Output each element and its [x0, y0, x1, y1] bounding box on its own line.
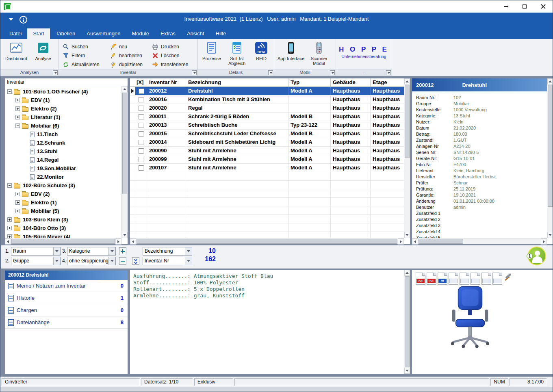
menu-datei[interactable]: Datei [4, 28, 27, 39]
sort-select-2[interactable]: Inventar-Nr [143, 257, 192, 265]
app-interface-button[interactable]: App-Interface [276, 39, 306, 69]
dropdown-arrow-icon[interactable] [185, 247, 192, 255]
col-header-etage[interactable]: Etage [371, 78, 404, 87]
doc-file-icon[interactable] [460, 273, 469, 285]
col-header-inventar-nr[interactable]: Inventar Nr [147, 78, 186, 87]
tree-item[interactable]: Mobiliar (6) [5, 121, 121, 130]
scrollbar-thumb[interactable] [419, 239, 463, 244]
tree-item[interactable]: 19.Son.Mobiliar [5, 164, 121, 173]
tree-item[interactable]: EDV (1) [5, 96, 121, 104]
rfid-button[interactable]: RFID RFID [250, 39, 273, 69]
col-header-gebaeude[interactable]: Gebäude [331, 78, 371, 87]
item-tab[interactable]: Dateianhänge8 [5, 316, 128, 329]
tree-expander-icon[interactable] [15, 200, 20, 205]
scrollbar-thumb[interactable] [405, 85, 410, 158]
scroll-down-icon[interactable] [404, 368, 410, 374]
grouping-select-1[interactable]: Raum [11, 247, 61, 256]
menu-extras[interactable]: Extras [155, 28, 181, 39]
table-vertical-scrollbar[interactable] [404, 78, 410, 238]
soll-ist-abgleich-button[interactable]: Soll-Ist Abgleich [224, 39, 250, 69]
duplizieren-button[interactable]: duplizieren [110, 60, 152, 69]
details-horizontal-scrollbar[interactable] [412, 238, 547, 244]
scrollbar-thumb[interactable] [122, 93, 127, 194]
tree-item[interactable]: EDV (2) [5, 190, 121, 198]
expand-all-button[interactable] [132, 257, 139, 265]
tree-item[interactable]: 101-Büro 1.OG Fischer (4) [5, 87, 121, 96]
group-launcher-button[interactable] [330, 70, 335, 75]
remove-grouping-button[interactable] [119, 257, 126, 265]
scroll-right-icon[interactable] [398, 238, 404, 245]
menu-start[interactable]: Start [27, 28, 50, 39]
table-row[interactable]: 200013Schreibtisch BucheTyp 23-122Haupth… [130, 121, 404, 130]
row-checkbox[interactable] [139, 157, 144, 162]
group-launcher-button[interactable] [268, 70, 273, 75]
neu-button[interactable]: neu [110, 42, 152, 51]
row-checkbox[interactable] [139, 114, 144, 119]
tree-expander-icon[interactable] [15, 209, 20, 213]
item-tab[interactable]: Memo / Notizen zum Inventar0 [5, 280, 128, 292]
row-checkbox[interactable] [139, 165, 144, 171]
scroll-down-icon[interactable] [404, 232, 410, 238]
sort-select-1[interactable]: Bezeichnung [143, 247, 192, 256]
table-row[interactable]: 200020RegalHaupthausHaupthaus [130, 104, 404, 113]
row-checkbox[interactable] [139, 131, 144, 136]
doc-file-icon[interactable] [492, 273, 502, 285]
suchen-button[interactable]: Suchen [62, 42, 110, 51]
aktualisieren-button[interactable]: Aktualisieren [62, 60, 110, 69]
user-status-icon[interactable]: 1 [527, 247, 546, 265]
scroll-left-icon[interactable] [5, 238, 11, 245]
tree-item[interactable]: Elektro (1) [5, 198, 121, 207]
close-button[interactable] [534, 0, 553, 13]
tree-expander-icon[interactable] [15, 123, 20, 128]
table-horizontal-scrollbar[interactable] [130, 238, 404, 244]
scroll-up-icon[interactable] [122, 86, 128, 92]
dropdown-arrow-icon[interactable] [185, 257, 192, 265]
table-row[interactable]: 200016Kombination Tisch mit 3 StühlenHau… [130, 95, 404, 104]
minimize-button[interactable] [497, 0, 515, 13]
row-checkbox[interactable] [139, 106, 144, 111]
dropdown-arrow-icon[interactable] [108, 257, 115, 265]
filtern-button[interactable]: Filtern [62, 51, 110, 60]
group-launcher-button[interactable] [192, 70, 197, 75]
tree-item[interactable]: Elektro (2) [5, 104, 121, 113]
scroll-down-icon[interactable] [547, 232, 553, 238]
tree-item[interactable]: Mobiliar (5) [5, 207, 121, 215]
group-launcher-button[interactable] [53, 70, 58, 75]
row-checkbox[interactable] [139, 97, 144, 102]
scrollbar-thumb[interactable] [548, 85, 553, 207]
group-launcher-button[interactable] [386, 70, 391, 75]
prozesse-button[interactable]: Prozesse [200, 39, 224, 69]
analyse-button[interactable]: Analyse [30, 39, 56, 69]
doc-file-icon[interactable] [449, 273, 458, 285]
tree-expander-icon[interactable] [15, 192, 20, 196]
tool-icon[interactable] [503, 273, 513, 285]
maximize-button[interactable] [515, 0, 534, 13]
grouping-select-3[interactable]: Kategorie [67, 247, 116, 256]
tree-expander-icon[interactable] [7, 183, 12, 188]
menu-tabellen[interactable]: Tabellen [50, 28, 81, 39]
tree-horizontal-scrollbar[interactable] [5, 238, 121, 244]
col-header-check[interactable]: [X] [135, 78, 147, 87]
tree-expander-icon[interactable] [7, 234, 12, 238]
col-header-typ[interactable]: Typ [288, 78, 331, 87]
tree-item[interactable]: 14.Regal [5, 156, 121, 164]
scanner-modul-button[interactable]: Scanner Modul [306, 39, 332, 69]
dropdown-arrow-icon[interactable] [53, 257, 60, 265]
tree-item[interactable]: 103-Büro Klein (3) [5, 215, 121, 224]
table-row[interactable]: 200011Schrank 2-türig 5 BödenModell BHau… [130, 113, 404, 121]
menu-ansicht[interactable]: Ansicht [181, 28, 210, 39]
bearbeiten-button[interactable]: bearbeiten [110, 51, 152, 60]
tree-item[interactable]: 12.Schrank [5, 139, 121, 147]
scroll-left-icon[interactable] [130, 238, 136, 245]
tree-expander-icon[interactable] [15, 98, 20, 102]
memo-vertical-scrollbar[interactable] [404, 270, 410, 374]
tree-item[interactable]: 13.Stuhl [5, 147, 121, 156]
tree-expander-icon[interactable] [15, 115, 20, 119]
tree-expander-icon[interactable] [7, 89, 12, 94]
scroll-up-icon[interactable] [404, 270, 410, 276]
tree-expander-icon[interactable] [15, 106, 20, 111]
menu-auswertungen[interactable]: Auswertungen [81, 28, 126, 39]
row-checkbox[interactable] [139, 123, 144, 128]
scroll-right-icon[interactable] [541, 238, 547, 245]
menu-hilfe[interactable]: Hilfe [210, 28, 232, 39]
